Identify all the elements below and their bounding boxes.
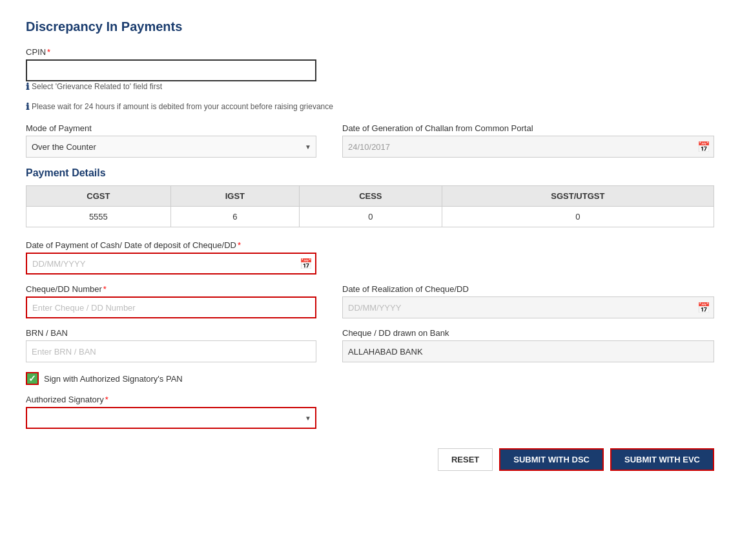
reset-button[interactable]: RESET <box>438 448 493 471</box>
cheque-bank-label: Cheque / DD drawn on Bank <box>342 328 714 338</box>
cpin-group: CPIN* ℹ Select 'Grievance Related to' fi… <box>26 47 714 92</box>
sign-pan-row: Sign with Authorized Signatory's PAN <box>26 372 714 385</box>
col-cgst: CGST <box>26 186 171 207</box>
cpin-info1: ℹ Select 'Grievance Related to' field fi… <box>26 81 714 92</box>
cell-cess: 0 <box>300 207 442 227</box>
auth-signatory-group: Authorized Signatory* ▼ <box>26 395 714 429</box>
col-sgst-utgst: SGST/UTGST <box>442 186 714 207</box>
table-header-row: CGST IGST CESS SGST/UTGST <box>26 186 714 207</box>
brn-ban-group: BRN / BAN <box>26 328 316 362</box>
cheque-dd-input[interactable] <box>26 296 316 318</box>
cheque-dd-group: Cheque/DD Number* <box>26 284 316 318</box>
challan-date-wrapper: 📅 <box>342 136 714 158</box>
cheque-dd-label: Cheque/DD Number* <box>26 284 316 294</box>
date-of-payment-group: Date of Payment of Cash/ Date of deposit… <box>26 240 714 275</box>
cheque-bank-input <box>342 340 714 362</box>
mode-of-payment-group: Mode of Payment Over the Counter Net Ban… <box>26 123 316 158</box>
auth-signatory-select[interactable] <box>26 407 316 429</box>
date-realization-wrapper: 📅 <box>342 296 714 318</box>
info-icon-2: ℹ <box>26 101 29 112</box>
sign-pan-checkbox[interactable] <box>26 372 39 385</box>
cell-igst: 6 <box>170 207 299 227</box>
date-of-payment-label: Date of Payment of Cash/ Date of deposit… <box>26 240 714 250</box>
brn-ban-label: BRN / BAN <box>26 328 316 338</box>
payment-mode-row: Mode of Payment Over the Counter Net Ban… <box>26 123 714 158</box>
col-igst: IGST <box>170 186 299 207</box>
cpin-label: CPIN* <box>26 47 714 57</box>
challan-date-group: Date of Generation of Challan from Commo… <box>342 123 714 158</box>
challan-date-input[interactable] <box>342 136 714 158</box>
date-of-payment-wrapper: 📅 <box>26 253 316 275</box>
table-row: 5555 6 0 0 <box>26 207 714 227</box>
mode-of-payment-select[interactable]: Over the Counter Net Banking NEFT/RTGS <box>26 136 316 158</box>
mode-of-payment-dropdown-wrapper: Over the Counter Net Banking NEFT/RTGS ▼ <box>26 136 316 158</box>
date-realization-input[interactable] <box>342 296 714 318</box>
cell-sgst-utgst: 0 <box>442 207 714 227</box>
cell-cgst: 5555 <box>26 207 171 227</box>
brn-ban-input[interactable] <box>26 340 316 362</box>
submit-evc-button[interactable]: SUBMIT WITH EVC <box>610 448 714 471</box>
page-title: Discrepancy In Payments <box>26 19 714 34</box>
challan-date-label: Date of Generation of Challan from Commo… <box>342 123 714 133</box>
info-icon-1: ℹ <box>26 81 29 92</box>
submit-dsc-button[interactable]: SUBMIT WITH DSC <box>499 448 604 471</box>
date-of-payment-input[interactable] <box>26 253 316 275</box>
sign-pan-label: Sign with Authorized Signatory's PAN <box>44 374 183 384</box>
payment-details-title: Payment Details <box>26 167 714 179</box>
date-realization-label: Date of Realization of Cheque/DD <box>342 284 714 294</box>
cheque-realization-row: Cheque/DD Number* Date of Realization of… <box>26 284 714 318</box>
cheque-bank-group: Cheque / DD drawn on Bank <box>342 328 714 362</box>
cpin-input[interactable] <box>26 59 316 81</box>
payment-details-table: CGST IGST CESS SGST/UTGST 5555 6 0 0 <box>26 185 714 227</box>
auth-signatory-label: Authorized Signatory* <box>26 395 714 404</box>
date-realization-group: Date of Realization of Cheque/DD 📅 <box>342 284 714 318</box>
col-cess: CESS <box>300 186 442 207</box>
mode-of-payment-label: Mode of Payment <box>26 123 316 133</box>
auth-signatory-dropdown-wrapper: ▼ <box>26 407 316 429</box>
brn-bank-row: BRN / BAN Cheque / DD drawn on Bank <box>26 328 714 362</box>
action-buttons-row: RESET SUBMIT WITH DSC SUBMIT WITH EVC <box>26 448 714 471</box>
wait-info: ℹ Please wait for 24 hours if amount is … <box>26 101 714 112</box>
